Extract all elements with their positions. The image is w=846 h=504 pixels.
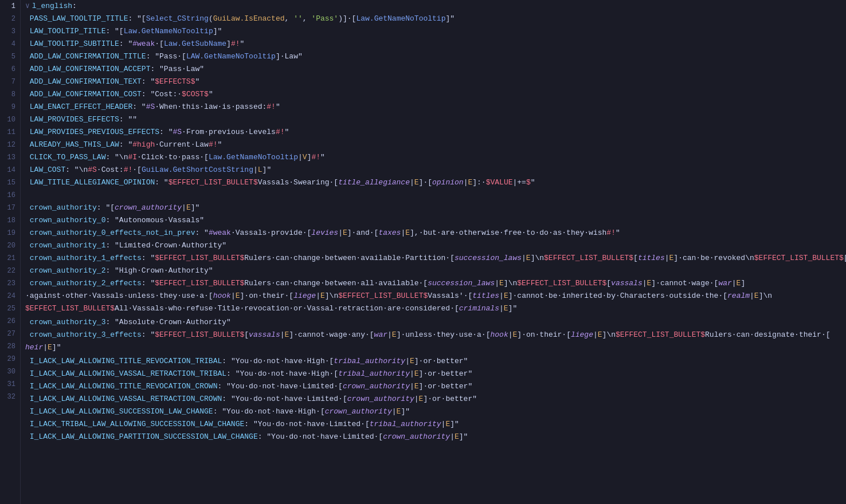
line-num-14: 14 — [5, 164, 15, 176]
code-line-9: LAW_ENACT_EFFECT_HEADER: "#S·When·this·l… — [25, 101, 846, 113]
code-area[interactable]: 1 2 3 4 5 6 7 8 9 10 11 12 13 14 15 16 1… — [0, 0, 846, 504]
line-num-3: 3 — [5, 25, 15, 38]
code-line-18: crown_authority_0: "Autonomous·Vassals" — [25, 214, 846, 227]
line-num-8: 8 — [5, 88, 15, 101]
collapse-arrow[interactable]: ∨ — [25, 0, 30, 13]
code-line-29: I_LACK_LAW_ALLOWING_VASSAL_RETRACTION_CR… — [25, 393, 846, 405]
line-numbers: 1 2 3 4 5 6 7 8 9 10 11 12 13 14 15 16 1… — [0, 0, 21, 504]
line-num-23: 23 — [5, 277, 15, 290]
editor: 1 2 3 4 5 6 7 8 9 10 11 12 13 14 15 16 1… — [0, 0, 846, 504]
line-num-19: 19 — [5, 227, 15, 239]
line-num-18: 18 — [5, 214, 15, 227]
code-line-11: LAW_PROVIDES_PREVIOUS_EFFECTS: "#S·From·… — [25, 126, 846, 139]
code-line-28: I_LACK_LAW_ALLOWING_TITLE_REVOCATION_CRO… — [25, 380, 846, 393]
code-line-30: I_LACK_LAW_ALLOWING_SUCCESSION_LAW_CHANG… — [25, 405, 846, 418]
line-num-20: 20 — [5, 239, 15, 252]
code-line-4: LAW_TOOLTIP_SUBTITLE: "#weak·[Law.GetSub… — [25, 38, 846, 50]
lines-container[interactable]: ∨l_english: PASS_LAW_TOOLTIP_TITLE: "[Se… — [21, 0, 846, 504]
code-line-31: I_LACK_TRIBAL_LAW_ALLOWING_SUCCESSION_LA… — [25, 418, 846, 431]
line-num-27: 27 — [5, 328, 15, 340]
code-line-1: ∨l_english: — [25, 0, 846, 13]
line-num-2: 2 — [5, 13, 15, 25]
line-num-9: 9 — [5, 101, 15, 113]
code-line-20: crown_authority_1: "Limited·Crown·Author… — [25, 239, 846, 252]
code-line-12: ALREADY_HAS_THIS_LAW: "#high·Current·Law… — [25, 139, 846, 151]
code-line-21: crown_authority_1_effects: "$EFFECT_LIST… — [25, 252, 846, 265]
code-line-19: crown_authority_0_effects_not_in_prev: "… — [25, 227, 846, 239]
code-line-3: LAW_TOOLTIP_TITLE: "[Law.GetNameNoToolti… — [25, 25, 846, 38]
line-num-26: 26 — [5, 315, 15, 328]
line-num-10: 10 — [5, 113, 15, 126]
code-line-5: ADD_LAW_CONFIRMATION_TITLE: "Pass·[LAW.G… — [25, 50, 846, 63]
line-num-12: 12 — [5, 139, 15, 151]
line-num-4: 4 — [5, 38, 15, 50]
code-line-32: I_LACK_LAW_ALLOWING_PARTITION_SUCCESSION… — [25, 431, 846, 443]
line-num-22: 22 — [5, 265, 15, 277]
line-num-7: 7 — [5, 76, 15, 88]
line-num-1: 1 — [5, 0, 15, 13]
code-line-16 — [25, 189, 846, 202]
code-line-17: crown_authority: "[crown_authority|E]" — [25, 202, 846, 214]
code-line-24: crown_authority_3: "Absolute·Crown·Autho… — [25, 316, 846, 329]
code-line-14: LAW_COST: "\n#S·Cost:#!·[GuiLaw.GetShort… — [25, 164, 846, 176]
line-num-29: 29 — [5, 353, 15, 365]
line-num-13: 13 — [5, 151, 15, 164]
code-line-8: ADD_LAW_CONFIRMATION_COST: "Cost:·$COST$… — [25, 88, 846, 101]
code-line-7: ADD_LAW_CONFIRMATION_TEXT: "$EFFECTS$" — [25, 76, 846, 88]
line-num-17: 17 — [5, 202, 15, 214]
code-line-27: I_LACK_LAW_ALLOWING_VASSAL_RETRACTION_TR… — [25, 368, 846, 380]
line-num-32: 32 — [5, 391, 15, 403]
code-line-2: PASS_LAW_TOOLTIP_TITLE: "[Select_CString… — [25, 13, 846, 25]
line-num-11: 11 — [5, 126, 15, 139]
line-num-5: 5 — [5, 50, 15, 63]
line-num-21: 21 — [5, 252, 15, 265]
code-line-13: CLICK_TO_PASS_LAW: "\n#I·Click·to·pass·[… — [25, 151, 846, 164]
line-num-24: 24 — [5, 290, 15, 302]
code-line-10: LAW_PROVIDES_EFFECTS: "" — [25, 113, 846, 126]
code-line-6: ADD_LAW_CONFIRMATION_ACCEPT: "Pass·Law" — [25, 63, 846, 76]
line-num-31: 31 — [5, 378, 15, 391]
code-line-15: LAW_TITLE_ALLEGIANCE_OPINION: "$EFFECT_L… — [25, 176, 846, 189]
line-num-25: 25 — [5, 302, 15, 315]
line-num-6: 6 — [5, 63, 15, 76]
code-line-26: I_LACK_LAW_ALLOWING_TITLE_REVOCATION_TRI… — [25, 355, 846, 368]
code-line-22: crown_authority_2: "High·Crown·Authority… — [25, 265, 846, 277]
line-num-16: 16 — [5, 189, 15, 202]
line-num-28: 28 — [5, 340, 15, 353]
code-line-25: crown_authority_3_effects: "$EFFECT_LIST… — [25, 329, 846, 355]
code-line-23: crown_authority_2_effects: "$EFFECT_LIST… — [25, 277, 846, 316]
line-num-30: 30 — [5, 365, 15, 378]
line-num-15: 15 — [5, 176, 15, 189]
